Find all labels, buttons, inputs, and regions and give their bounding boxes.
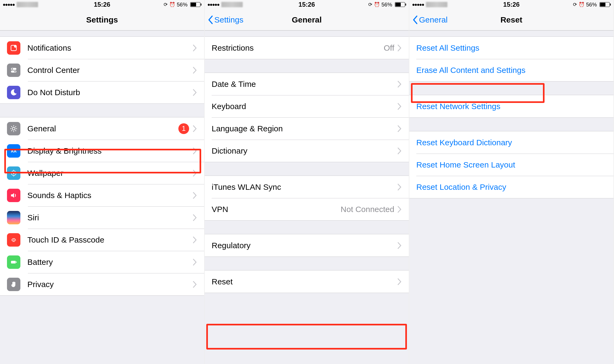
row-label: Keyboard bbox=[212, 102, 398, 111]
row-notifications[interactable]: Notifications bbox=[0, 37, 204, 59]
chevron-right-icon bbox=[193, 125, 197, 132]
nav-bar: Settings General bbox=[205, 9, 409, 31]
svg-text:AA: AA bbox=[11, 149, 17, 153]
chevron-right-icon bbox=[193, 192, 197, 199]
row-label: Restrictions bbox=[212, 43, 384, 53]
row-label: Reset Keyboard Dictionary bbox=[416, 138, 606, 147]
speaker-icon bbox=[7, 189, 20, 202]
row-restrictions[interactable]: Restrictions Off bbox=[205, 37, 409, 59]
row-itunes-wlan-sync[interactable]: iTunes WLAN Sync bbox=[205, 176, 409, 198]
siri-icon bbox=[7, 211, 20, 224]
nav-bar: General Reset bbox=[409, 9, 613, 31]
row-date-time[interactable]: Date & Time bbox=[205, 73, 409, 95]
row-label: Regulatory bbox=[212, 241, 398, 250]
wallpaper-icon bbox=[7, 166, 20, 180]
row-reset-home-screen-layout[interactable]: Reset Home Screen Layout bbox=[409, 154, 613, 176]
status-clock: 15:26 bbox=[94, 1, 110, 8]
svg-line-11 bbox=[11, 126, 12, 127]
highlight-reset bbox=[206, 324, 407, 350]
nav-title: Reset bbox=[501, 15, 523, 24]
row-do-not-disturb[interactable]: Do Not Disturb bbox=[0, 81, 204, 103]
row-label: Siri bbox=[27, 213, 193, 222]
fingerprint-icon bbox=[7, 233, 20, 247]
rotation-lock-icon: ⟳ bbox=[368, 2, 372, 8]
alarm-icon: ⏰ bbox=[169, 2, 175, 8]
svg-rect-23 bbox=[16, 261, 17, 263]
battery-icon-row bbox=[7, 255, 20, 269]
chevron-right-icon bbox=[193, 89, 197, 96]
row-label: Privacy bbox=[27, 280, 193, 289]
back-button[interactable]: Settings bbox=[207, 15, 243, 25]
chevron-right-icon bbox=[398, 278, 402, 285]
chevron-right-icon bbox=[398, 184, 402, 191]
row-control-center[interactable]: Control Center bbox=[0, 59, 204, 81]
row-regulatory[interactable]: Regulatory bbox=[205, 234, 409, 257]
status-bar: ●●●●● 15:26 ⟳ ⏰ 56% bbox=[205, 0, 409, 9]
row-reset-all-settings[interactable]: Reset All Settings bbox=[409, 37, 613, 59]
chevron-right-icon bbox=[193, 259, 197, 266]
chevron-right-icon bbox=[398, 103, 402, 110]
row-display-brightness[interactable]: AA Display & Brightness bbox=[0, 140, 204, 162]
back-label: Settings bbox=[214, 15, 243, 24]
row-reset[interactable]: Reset bbox=[205, 270, 409, 293]
moon-icon bbox=[7, 86, 20, 99]
row-battery[interactable]: Battery bbox=[0, 251, 204, 273]
row-label: iTunes WLAN Sync bbox=[212, 183, 398, 192]
control-center-icon bbox=[7, 64, 20, 77]
row-label: VPN bbox=[212, 205, 341, 214]
row-privacy[interactable]: Privacy bbox=[0, 273, 204, 295]
chevron-right-icon bbox=[398, 44, 402, 51]
signal-dots-icon: ●●●●● bbox=[412, 2, 424, 8]
row-vpn[interactable]: VPN Not Connected bbox=[205, 198, 409, 220]
signal-dots-icon: ●●●●● bbox=[3, 2, 14, 8]
row-label: Battery bbox=[27, 258, 193, 267]
row-siri[interactable]: Siri bbox=[0, 206, 204, 229]
row-wallpaper[interactable]: Wallpaper bbox=[0, 162, 204, 184]
nav-title: General bbox=[292, 15, 322, 24]
alarm-icon: ⏰ bbox=[374, 2, 380, 8]
carrier-blur bbox=[426, 2, 447, 7]
row-label: Reset bbox=[212, 277, 398, 286]
chevron-right-icon bbox=[398, 242, 402, 249]
battery-icon bbox=[394, 2, 406, 7]
chevron-right-icon bbox=[193, 214, 197, 221]
svg-line-13 bbox=[11, 130, 12, 131]
row-reset-network-settings[interactable]: Reset Network Settings bbox=[409, 95, 613, 117]
battery-icon bbox=[189, 2, 201, 7]
screen-settings: ●●●●● 15:26 ⟳ ⏰ 56% Settings Notificatio… bbox=[0, 0, 205, 364]
row-sounds-haptics[interactable]: Sounds & Haptics bbox=[0, 184, 204, 206]
row-language-region[interactable]: Language & Region bbox=[205, 117, 409, 140]
row-label: Control Center bbox=[27, 66, 193, 75]
chevron-right-icon bbox=[193, 67, 197, 74]
notifications-icon bbox=[7, 41, 20, 55]
row-reset-keyboard-dictionary[interactable]: Reset Keyboard Dictionary bbox=[409, 131, 613, 154]
row-dictionary[interactable]: Dictionary bbox=[205, 140, 409, 162]
carrier-blur bbox=[17, 2, 38, 7]
chevron-right-icon bbox=[193, 44, 197, 51]
back-button[interactable]: General bbox=[412, 15, 448, 25]
carrier-blur bbox=[221, 2, 243, 7]
row-label: Sounds & Haptics bbox=[27, 191, 193, 200]
row-keyboard[interactable]: Keyboard bbox=[205, 95, 409, 117]
alarm-icon: ⏰ bbox=[579, 2, 584, 8]
row-label: Display & Brightness bbox=[27, 146, 193, 155]
svg-point-5 bbox=[14, 71, 16, 72]
chevron-right-icon bbox=[193, 147, 197, 154]
status-clock: 15:26 bbox=[299, 1, 315, 8]
svg-point-6 bbox=[12, 127, 15, 130]
row-touchid-passcode[interactable]: Touch ID & Passcode bbox=[0, 229, 204, 251]
row-label: Do Not Disturb bbox=[27, 88, 193, 97]
svg-rect-22 bbox=[11, 261, 16, 263]
battery-percent: 56% bbox=[586, 2, 597, 8]
gear-icon bbox=[7, 122, 20, 135]
battery-percent: 56% bbox=[381, 2, 392, 8]
row-label: Dictionary bbox=[212, 146, 398, 155]
chevron-right-icon bbox=[398, 125, 402, 132]
row-erase-all-content[interactable]: Erase All Content and Settings bbox=[409, 59, 613, 81]
row-general[interactable]: General 1 bbox=[0, 117, 204, 140]
row-label: Reset Network Settings bbox=[416, 102, 606, 111]
chevron-right-icon bbox=[193, 236, 197, 243]
rotation-lock-icon: ⟳ bbox=[164, 2, 168, 8]
row-reset-location-privacy[interactable]: Reset Location & Privacy bbox=[409, 176, 613, 198]
nav-title: Settings bbox=[86, 15, 118, 24]
